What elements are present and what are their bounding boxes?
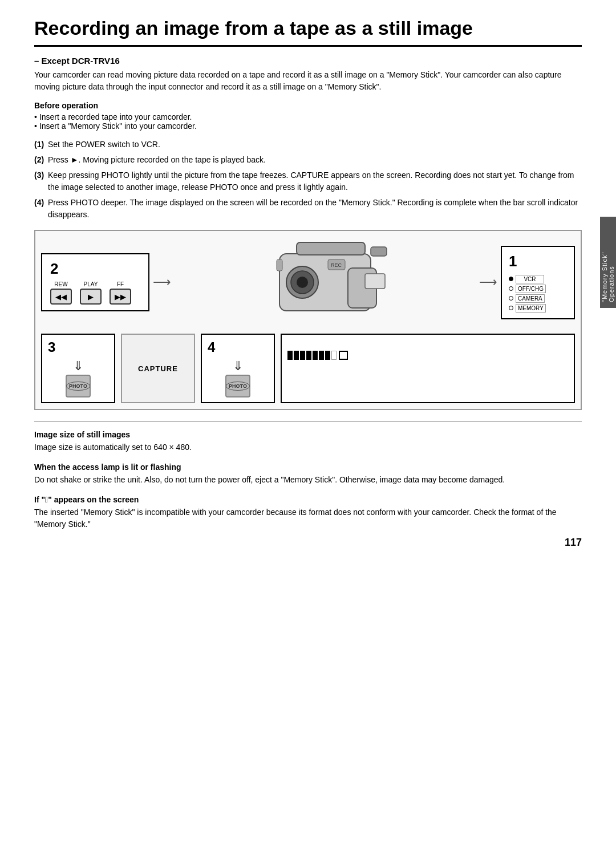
power-item-camera: CAMERA — [509, 294, 567, 303]
capture-text: CAPTURE — [138, 364, 178, 373]
step-content-2: Press ►. Moving picture recorded on the … — [48, 154, 582, 166]
side-tab-text: "Memory Stick" Operations — [601, 222, 615, 302]
power-num: 1 — [509, 253, 567, 270]
progress-bar-area — [281, 334, 575, 403]
bullet-list: Insert a recorded tape into your camcord… — [34, 112, 582, 131]
bar-seg-2 — [294, 351, 299, 360]
ff-label: FF — [117, 281, 124, 287]
bar-seg-3 — [300, 351, 305, 360]
vcr-rew-group: REW ◀◀ — [50, 281, 72, 305]
play-label: PLAY — [84, 281, 98, 287]
info-text-1: Image size is automatically set to 640 ×… — [34, 441, 582, 453]
step-num-2: (2) — [34, 154, 48, 166]
diagram-top: 2 REW ◀◀ PLAY ▶ FF ▶▶ ⟶ — [41, 237, 575, 328]
ff-button[interactable]: ▶▶ — [110, 289, 131, 305]
power-box: 1 VCR OFF/CHG CAMERA — [501, 246, 575, 319]
info-section-1: Image size of still images Image size is… — [34, 430, 582, 453]
vcr-buttons: REW ◀◀ PLAY ▶ FF ▶▶ — [50, 281, 140, 305]
press-arrow-4: ⇓ — [233, 359, 243, 374]
step3-num: 3 — [48, 339, 108, 355]
step-2: (2) Press ►. Moving picture recorded on … — [34, 154, 582, 166]
step-num-3: (3) — [34, 169, 48, 181]
diagram-bottom: 3 ⇓ PHOTO CAPTURE 4 ⇓ PHOTO — [41, 334, 575, 403]
intro-text: Your camcorder can read moving picture d… — [34, 69, 582, 93]
page-number: 117 — [565, 537, 582, 549]
before-op-title: Before operation — [34, 101, 582, 110]
power-item-memory: MEMORY — [509, 304, 567, 313]
svg-rect-10 — [277, 259, 282, 271]
power-dot-offchg — [509, 286, 513, 291]
power-label-memory: MEMORY — [516, 304, 546, 313]
vcr-box: 2 REW ◀◀ PLAY ▶ FF ▶▶ — [41, 253, 149, 311]
step-content-4: Press PHOTO deeper. The image displayed … — [48, 197, 582, 221]
photo-label-4: PHOTO — [226, 382, 250, 391]
vcr-ff-group: FF ▶▶ — [110, 281, 131, 305]
bar-end-icon — [339, 351, 348, 360]
bar-seg-4 — [306, 351, 311, 360]
step-content-3: Keep pressing PHOTO lightly until the pi… — [48, 169, 582, 193]
camcorder-svg: REC — [245, 237, 405, 328]
photo-button-4[interactable]: PHOTO — [225, 375, 250, 397]
arrow-right-2: ⟶ — [476, 275, 501, 290]
rew-button[interactable]: ◀◀ — [50, 289, 72, 305]
bar-seg-5 — [313, 351, 318, 360]
subtitle: – Except DCR-TRV16 — [34, 56, 582, 66]
svg-rect-6 — [365, 274, 385, 289]
press-arrow-3: ⇓ — [73, 359, 83, 374]
play-button[interactable]: ▶ — [80, 289, 102, 305]
power-item-offchg: OFF/CHG — [509, 285, 567, 293]
photo-label-3: PHOTO — [66, 382, 90, 391]
photo4-btn-area: ⇓ PHOTO — [208, 359, 268, 397]
power-dot-camera — [509, 296, 513, 301]
power-label-vcr: VCR — [516, 275, 544, 283]
progress-bars — [287, 351, 348, 360]
bar-seg-1 — [287, 351, 293, 360]
capture-box: CAPTURE — [121, 334, 195, 403]
step-content-1: Set the POWER switch to VCR. — [48, 139, 582, 151]
list-item: Insert a recorded tape into your camcord… — [34, 112, 582, 121]
info-title-1: Image size of still images — [34, 430, 582, 439]
info-text-2: Do not shake or strike the unit. Also, d… — [34, 474, 582, 486]
bar-seg-8 — [331, 351, 337, 360]
side-tab: "Memory Stick" Operations — [600, 217, 616, 308]
vcr-play-group: PLAY ▶ — [80, 281, 102, 305]
divider-1 — [34, 421, 582, 422]
list-item: Insert a "Memory Stick" into your camcor… — [34, 121, 582, 131]
bar-seg-7 — [325, 351, 330, 360]
info-section-3: If "" appears on the screen The inserte… — [34, 495, 582, 530]
arrow-right-1: ⟶ — [149, 275, 175, 290]
power-dot-memory — [509, 306, 513, 310]
camera-area: REC — [175, 237, 476, 328]
info-title-3: If "" appears on the screen — [34, 495, 582, 504]
step-1: (1) Set the POWER switch to VCR. — [34, 139, 582, 151]
page-title: Recording an image from a tape as a stil… — [34, 17, 582, 47]
step3-box: 3 ⇓ PHOTO — [41, 334, 115, 403]
step-num-1: (1) — [34, 139, 48, 151]
rew-label: REW — [54, 281, 67, 287]
info-text-3: The inserted "Memory Stick" is incompati… — [34, 506, 582, 530]
power-item-vcr: VCR — [509, 275, 567, 283]
diagram-area: 2 REW ◀◀ PLAY ▶ FF ▶▶ ⟶ — [34, 230, 582, 410]
info-section-2: When the access lamp is lit or flashing … — [34, 462, 582, 486]
power-switch: VCR OFF/CHG CAMERA MEMORY — [509, 275, 567, 313]
svg-text:REC: REC — [331, 262, 342, 268]
photo3-btn-area: ⇓ PHOTO — [48, 359, 108, 397]
svg-rect-5 — [297, 242, 365, 255]
step-4: (4) Press PHOTO deeper. The image displa… — [34, 197, 582, 221]
info-title-2: When the access lamp is lit or flashing — [34, 462, 582, 472]
steps: (1) Set the POWER switch to VCR. (2) Pre… — [34, 139, 582, 221]
svg-point-3 — [297, 277, 308, 288]
step-3: (3) Keep pressing PHOTO lightly until th… — [34, 169, 582, 193]
page-container: "Memory Stick" Operations Recording an i… — [0, 0, 616, 562]
power-dot-vcr — [509, 277, 513, 281]
photo-button-3[interactable]: PHOTO — [66, 375, 91, 397]
power-label-camera: CAMERA — [516, 294, 545, 303]
step4-box: 4 ⇓ PHOTO — [201, 334, 275, 403]
bar-seg-6 — [319, 351, 324, 360]
power-label-offchg: OFF/CHG — [516, 285, 546, 293]
step-num-4: (4) — [34, 197, 48, 209]
step4-num: 4 — [208, 339, 268, 355]
vcr-num: 2 — [50, 260, 140, 278]
svg-rect-9 — [371, 247, 387, 256]
